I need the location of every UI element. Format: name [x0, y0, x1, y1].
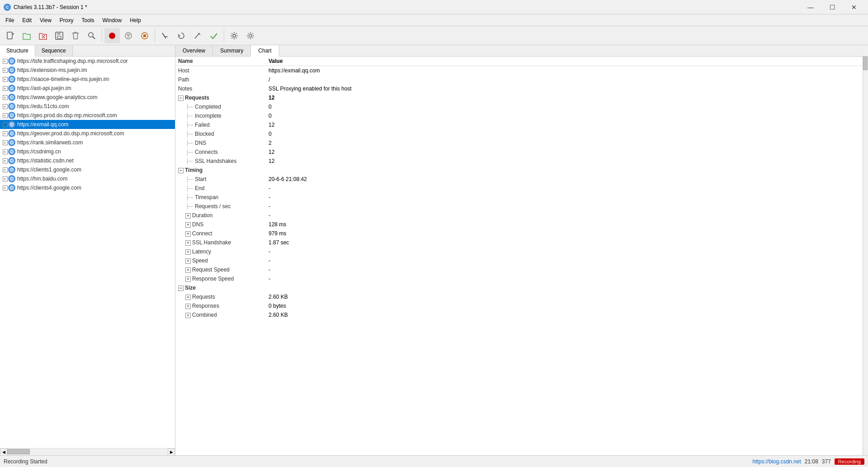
- tab-sequence[interactable]: Sequence: [35, 45, 73, 56]
- open-button[interactable]: [19, 28, 34, 43]
- right-scrollbar[interactable]: [863, 57, 868, 455]
- row-name[interactable]: +Request Speed: [175, 265, 266, 274]
- expand-icon[interactable]: +: [2, 58, 8, 64]
- close-button[interactable]: ✕: [844, 1, 864, 14]
- menu-proxy[interactable]: Proxy: [56, 16, 77, 24]
- horizontal-scrollbar[interactable]: ◀ ▶: [0, 448, 175, 455]
- expand-icon[interactable]: +: [185, 304, 191, 309]
- expand-icon[interactable]: +: [2, 185, 8, 191]
- edit-button[interactable]: [190, 28, 205, 43]
- row-value: 1.87 sec: [266, 238, 863, 247]
- tree-item[interactable]: +https://ast-api.juejin.im: [0, 84, 175, 93]
- tab-overview[interactable]: Overview: [175, 45, 213, 56]
- tree-item[interactable]: +https://exmail.qq.com: [0, 120, 175, 129]
- expand-icon[interactable]: +: [2, 148, 8, 155]
- row-name[interactable]: +Responses: [175, 301, 266, 310]
- tree-item[interactable]: +https://hm.baidu.com: [0, 174, 175, 183]
- expand-icon[interactable]: +: [2, 121, 8, 128]
- tab-chart[interactable]: Chart: [251, 45, 279, 57]
- clear-button[interactable]: [68, 28, 83, 43]
- row-name[interactable]: +Latency: [175, 247, 266, 256]
- tree-item[interactable]: +https://geover.prod.do.dsp.mp.microsoft…: [0, 129, 175, 138]
- tree-item[interactable]: +https://edu.51cto.com: [0, 102, 175, 111]
- expand-icon[interactable]: +: [185, 258, 191, 264]
- row-name[interactable]: +DNS: [175, 220, 266, 229]
- expand-icon[interactable]: +: [185, 231, 191, 237]
- expand-icon[interactable]: +: [2, 67, 8, 73]
- tree-item[interactable]: +https://clients1.google.com: [0, 165, 175, 174]
- expand-icon[interactable]: +: [185, 295, 191, 300]
- row-name[interactable]: +Response Speed: [175, 274, 266, 283]
- breakpoints-button[interactable]: [157, 28, 173, 43]
- row-name[interactable]: +Speed: [175, 256, 266, 265]
- row-name[interactable]: +Duration: [175, 211, 266, 220]
- scroll-track[interactable]: [7, 448, 168, 455]
- col-header-name: Name: [175, 57, 266, 66]
- row-name[interactable]: +Connect: [175, 229, 266, 238]
- expand-icon[interactable]: +: [185, 249, 191, 255]
- expand-icon[interactable]: +: [2, 130, 8, 137]
- expand-icon[interactable]: +: [185, 240, 191, 246]
- find-button[interactable]: [84, 28, 99, 43]
- close-session-button[interactable]: [35, 28, 51, 43]
- row-name[interactable]: −Size: [175, 283, 266, 292]
- tree-item[interactable]: +https://www.google-analytics.com: [0, 93, 175, 102]
- expand-icon[interactable]: +: [2, 176, 8, 182]
- table-row: +Latency-: [175, 247, 863, 256]
- row-name: ├─Failed: [175, 120, 266, 129]
- tree-item[interactable]: +https://xiaoce-timeline-api-ms.juejin.i…: [0, 75, 175, 84]
- tab-summary[interactable]: Summary: [213, 45, 251, 56]
- minimize-button[interactable]: —: [800, 1, 821, 14]
- scroll-right-arrow[interactable]: ▶: [168, 448, 175, 456]
- tree-item[interactable]: +https://tsfe.trafficshaping.dsp.mp.micr…: [0, 57, 175, 66]
- row-name[interactable]: +Requests: [175, 292, 266, 301]
- tab-structure[interactable]: Structure: [0, 45, 35, 57]
- menu-tools[interactable]: Tools: [78, 16, 98, 24]
- maximize-button[interactable]: ☐: [822, 1, 843, 14]
- expand-icon[interactable]: +: [2, 139, 8, 146]
- expand-icon[interactable]: +: [2, 103, 8, 110]
- expand-icon[interactable]: +: [185, 213, 191, 219]
- scroll-thumb[interactable]: [7, 449, 30, 454]
- row-name[interactable]: −Timing: [175, 166, 266, 175]
- menu-edit[interactable]: Edit: [19, 16, 35, 24]
- menu-window[interactable]: Window: [99, 16, 126, 24]
- expand-icon[interactable]: +: [185, 267, 191, 273]
- expand-icon[interactable]: +: [2, 112, 8, 119]
- collapse-icon[interactable]: −: [178, 95, 184, 101]
- row-name[interactable]: −Requests: [175, 93, 266, 102]
- tree-item[interactable]: +https://geo.prod.do.dsp.mp.microsoft.co…: [0, 111, 175, 120]
- tree-item[interactable]: +https://extension-ms.juejin.im: [0, 66, 175, 75]
- menu-help[interactable]: Help: [126, 16, 145, 24]
- preferences-button[interactable]: [243, 28, 258, 43]
- collapse-icon[interactable]: −: [178, 286, 184, 291]
- expand-icon[interactable]: +: [2, 157, 8, 164]
- tools-button[interactable]: [226, 28, 242, 43]
- expand-icon[interactable]: +: [2, 76, 8, 82]
- row-name[interactable]: +SSL Handshake: [175, 238, 266, 247]
- menu-file[interactable]: File: [2, 16, 18, 24]
- scroll-thumb-vertical[interactable]: [863, 57, 868, 70]
- new-session-button[interactable]: [3, 28, 18, 43]
- scroll-left-arrow[interactable]: ◀: [0, 448, 7, 456]
- stop-button[interactable]: [137, 28, 152, 43]
- row-name[interactable]: +Combined: [175, 310, 266, 319]
- menu-view[interactable]: View: [36, 16, 55, 24]
- tree-item[interactable]: +https://csdnimg.cn: [0, 147, 175, 156]
- tree-item[interactable]: +https://rank.similarweb.com: [0, 138, 175, 147]
- expand-icon[interactable]: +: [2, 85, 8, 91]
- expand-icon[interactable]: +: [185, 313, 191, 318]
- record-button[interactable]: [104, 28, 120, 43]
- tree-item[interactable]: +https://statistic.csdn.net: [0, 156, 175, 165]
- svg-point-20: [233, 34, 236, 37]
- save-button[interactable]: [52, 28, 67, 43]
- expand-icon[interactable]: +: [185, 222, 191, 228]
- filter-button[interactable]: [121, 28, 136, 43]
- rewrite-button[interactable]: [174, 28, 189, 43]
- expand-icon[interactable]: +: [2, 167, 8, 173]
- validate-button[interactable]: [206, 28, 222, 43]
- collapse-icon[interactable]: −: [178, 168, 184, 173]
- expand-icon[interactable]: +: [2, 94, 8, 100]
- tree-item[interactable]: +https://clients4.google.com: [0, 183, 175, 192]
- expand-icon[interactable]: +: [185, 276, 191, 282]
